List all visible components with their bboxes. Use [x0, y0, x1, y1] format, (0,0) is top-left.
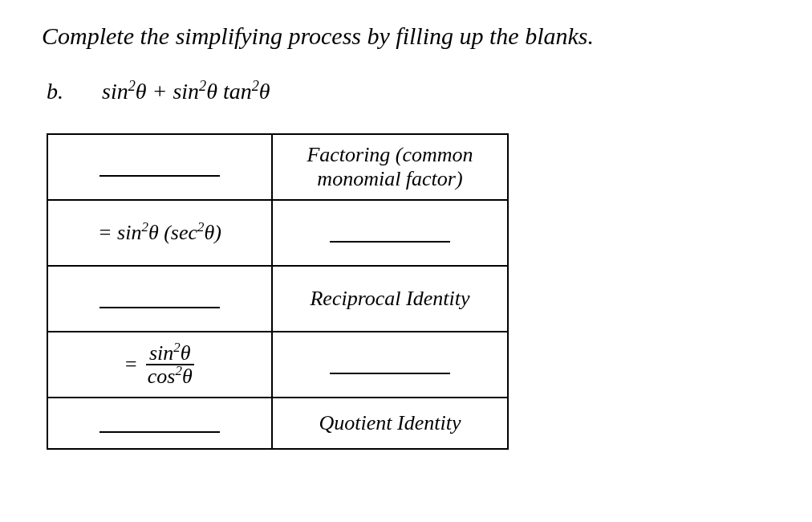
reason-cell-blank[interactable] [272, 332, 508, 398]
denominator: cos [148, 365, 176, 388]
expr-part: θ + sin [136, 79, 199, 104]
reason-line2: monomial factor) [317, 167, 462, 190]
expr-part: θ) [205, 221, 221, 244]
blank-line[interactable] [99, 161, 220, 177]
expr-part: θ tan [206, 79, 252, 104]
reason-cell: Quotient Identity [272, 398, 508, 449]
reason-cell: Reciprocal Identity [272, 266, 508, 332]
table-row: Factoring (common monomial factor) [47, 134, 508, 200]
table-row: Reciprocal Identity [47, 266, 508, 332]
step-cell-expr: = sin2θ (sec2θ) [47, 200, 272, 266]
reason-cell: Factoring (common monomial factor) [272, 134, 508, 200]
reason-line1: Factoring (common [307, 143, 473, 166]
table-row: = sin2θ cos2θ [47, 332, 508, 398]
step-cell-blank[interactable] [47, 266, 272, 332]
expr-part: sin [102, 79, 128, 104]
fraction: sin2θ cos2θ [144, 342, 196, 388]
blank-line[interactable] [99, 292, 220, 308]
numerator-theta: θ [181, 341, 191, 365]
reason-text: Quotient Identity [319, 411, 461, 434]
item-label: b. [47, 79, 63, 104]
equals-sign: = [124, 353, 138, 377]
expr-part: θ [259, 79, 270, 104]
step-cell-frac: = sin2θ cos2θ [47, 332, 272, 398]
worksheet-table: Factoring (common monomial factor) = sin… [47, 133, 509, 450]
problem-expression: b. sin2θ + sin2θ tan2θ [47, 79, 770, 104]
expr-part: θ (sec [148, 221, 197, 244]
reason-cell-blank[interactable] [272, 200, 508, 266]
table-row: Quotient Identity [47, 398, 508, 449]
table-row: = sin2θ (sec2θ) [47, 200, 508, 266]
numerator: sin [149, 341, 173, 365]
reason-text: Reciprocal Identity [310, 287, 469, 310]
blank-line[interactable] [330, 358, 450, 374]
step-cell-blank[interactable] [47, 134, 272, 200]
denominator-theta: θ [182, 365, 193, 388]
step-cell-blank[interactable] [47, 398, 272, 449]
blank-line[interactable] [99, 417, 220, 433]
instruction-text: Complete the simplifying process by fill… [42, 22, 770, 50]
expr-part: = sin [98, 221, 141, 244]
blank-line[interactable] [330, 226, 450, 243]
